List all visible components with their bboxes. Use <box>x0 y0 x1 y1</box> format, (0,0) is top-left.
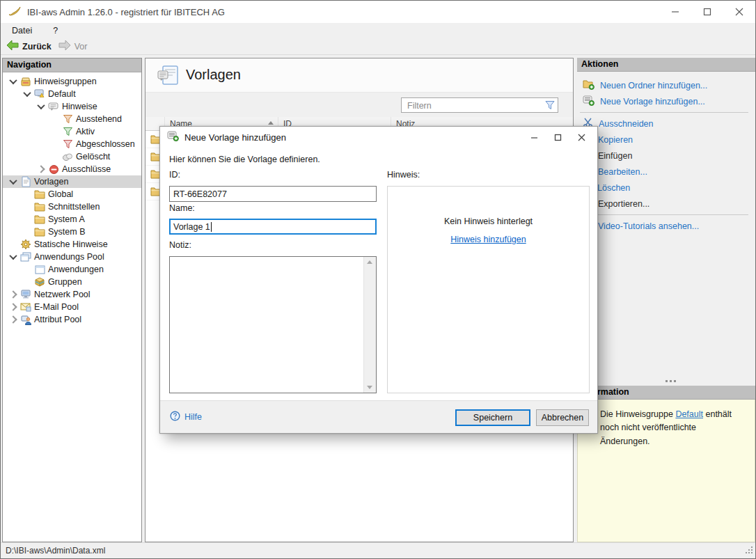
chevron-right-icon[interactable] <box>7 302 19 312</box>
help-icon <box>170 411 180 423</box>
window-icon <box>33 265 46 274</box>
main-title-row: Vorlagen <box>145 58 573 92</box>
mail-icon <box>19 303 32 312</box>
text-caret <box>211 222 212 232</box>
action-bearbeiten[interactable]: Bearbeiten... <box>577 164 755 180</box>
action-kopieren[interactable]: Kopieren <box>577 132 755 148</box>
template-icon <box>19 176 32 187</box>
tree-item-schnittstellen[interactable]: Schnittstellen <box>3 200 141 213</box>
speichern-button[interactable]: Speichern <box>455 409 530 426</box>
tree-item-aktiv[interactable]: Aktiv <box>3 125 141 138</box>
information-panel: Information Die Hinweisgruppe Default en… <box>577 377 755 542</box>
chevron-right-icon[interactable] <box>7 315 19 324</box>
tree-item-attribut-pool[interactable]: Attribut Pool <box>3 313 141 326</box>
tree-item-netzwerk-pool[interactable]: Netzwerk Pool <box>3 288 141 301</box>
tree-item-statische-hinweise[interactable]: Statische Hinweise <box>3 238 141 251</box>
filter-funnel-icon[interactable] <box>544 100 556 113</box>
person-icon <box>19 315 32 325</box>
notes-icon <box>47 102 60 112</box>
page-title: Vorlagen <box>186 67 241 83</box>
chevron-right-icon[interactable] <box>7 290 19 299</box>
filter-input-box <box>401 97 558 113</box>
action-loeschen[interactable]: Löschen <box>577 180 755 196</box>
actions-panel: Aktionen Neuen Ordner hinzufügen... Neue… <box>577 58 755 542</box>
title-bar: IBI-aws Admin 1.26.0 - registriert für I… <box>1 1 755 23</box>
minimize-button[interactable] <box>659 1 691 23</box>
chevron-down-icon[interactable] <box>7 252 19 262</box>
navigation-panel: Navigation Hinweisgruppen Default Hinwei… <box>2 58 142 542</box>
navigation-header: Navigation <box>3 58 141 72</box>
data-file-path: D:\IBI-aws\Admin\Data.xml <box>6 546 105 556</box>
menu-help[interactable]: ? <box>53 26 58 36</box>
tree-item-vorlagen[interactable]: Vorlagen <box>3 175 141 188</box>
tree-item-geloescht[interactable]: Gelöscht <box>3 150 141 163</box>
notiz-textarea[interactable] <box>169 256 377 393</box>
forward-button[interactable]: Vor <box>58 40 88 53</box>
folder-add-icon <box>583 79 594 92</box>
help-link[interactable]: Hilfe <box>170 411 202 423</box>
tree-item-global[interactable]: Global <box>3 188 141 200</box>
folder-icon <box>33 227 46 237</box>
dialog-close-button[interactable] <box>569 127 593 148</box>
new-template-dialog: Neue Vorlage hinzufügen Hier können Sie … <box>159 126 598 434</box>
tree-item-ausstehend[interactable]: Ausstehend <box>3 113 141 125</box>
actions-header: Aktionen <box>577 58 755 72</box>
maximize-button[interactable] <box>691 1 723 23</box>
filter-input[interactable] <box>406 99 541 113</box>
dialog-maximize-button[interactable] <box>546 127 569 148</box>
tree-item-ausschluesse[interactable]: Ausschlüsse <box>3 163 141 175</box>
information-message: Die Hinweisgruppe Default enthält noch n… <box>577 400 755 542</box>
scrollbar[interactable] <box>363 257 376 393</box>
id-label: ID: <box>169 170 180 180</box>
dialog-minimize-button[interactable] <box>522 127 546 148</box>
forward-arrow-icon <box>58 40 71 53</box>
panel-splitter-handle[interactable] <box>577 377 755 386</box>
name-field[interactable]: Vorlage 1 <box>169 219 377 235</box>
folder-icon <box>33 189 46 199</box>
chevron-down-icon[interactable] <box>21 89 33 99</box>
default-group-link[interactable]: Default <box>675 409 703 419</box>
chevron-down-icon[interactable] <box>7 77 19 86</box>
action-neuen-ordner-hinzufuegen[interactable]: Neuen Ordner hinzufügen... <box>577 77 755 93</box>
notice-group-icon <box>33 88 46 100</box>
scroll-up-icon <box>367 260 372 264</box>
menu-datei[interactable]: Datei <box>12 26 32 36</box>
back-button[interactable]: Zurück <box>6 40 52 53</box>
tree-item-system-a[interactable]: System A <box>3 213 141 226</box>
actions-separator <box>580 112 748 113</box>
tree-item-default[interactable]: Default <box>3 88 141 100</box>
tree-item-email-pool[interactable]: E-Mail Pool <box>3 301 141 313</box>
dialog-footer: Hilfe Speichern Abbrechen <box>160 400 597 433</box>
funnel-orange-icon <box>61 114 74 124</box>
id-field[interactable]: RT-66E82077 <box>169 186 377 202</box>
action-neue-vorlage-hinzufuegen[interactable]: Neue Vorlage hinzufügen... <box>577 93 755 109</box>
chevron-down-icon[interactable] <box>35 102 47 111</box>
tree-item-anwendungs-pool[interactable]: Anwendungs Pool <box>3 251 141 263</box>
action-ausschneiden[interactable]: Ausschneiden <box>577 116 755 132</box>
sort-ascending-icon <box>268 121 274 125</box>
hinweis-hinzufuegen-link[interactable]: Hinweis hinzufügen <box>450 235 526 244</box>
funnel-red-icon <box>61 139 74 149</box>
dialog-subtitle: Hier können Sie die Vorlage definieren. <box>169 155 320 164</box>
tree-item-hinweisgruppen[interactable]: Hinweisgruppen <box>3 75 141 88</box>
static-notes-icon <box>19 239 32 250</box>
tree-item-gruppen[interactable]: Gruppen <box>3 276 141 288</box>
tree-item-hinweise[interactable]: Hinweise <box>3 100 141 113</box>
close-button[interactable] <box>723 1 755 23</box>
information-header: Information <box>577 386 755 400</box>
resize-grip[interactable] <box>745 546 753 556</box>
tree-item-abgeschlossen[interactable]: Abgeschlossen <box>3 138 141 150</box>
abbrechen-button[interactable]: Abbrechen <box>536 409 589 426</box>
action-video-tutorials[interactable]: Video-Tutorials ansehen... <box>577 218 755 234</box>
tree-item-anwendungen[interactable]: Anwendungen <box>3 263 141 276</box>
action-einfuegen[interactable]: Einfügen <box>577 148 755 164</box>
chevron-down-icon[interactable] <box>7 177 19 187</box>
dialog-title: Neue Vorlage hinzufügen <box>184 132 286 143</box>
action-exportieren[interactable]: Exportieren... <box>577 196 755 212</box>
actions-list: Neuen Ordner hinzufügen... Neue Vorlage … <box>577 72 755 234</box>
filter-row <box>145 92 573 117</box>
template-add-icon <box>583 95 594 108</box>
chevron-right-icon[interactable] <box>35 164 47 174</box>
tree-item-system-b[interactable]: System B <box>3 226 141 238</box>
folder-icon <box>33 214 46 224</box>
